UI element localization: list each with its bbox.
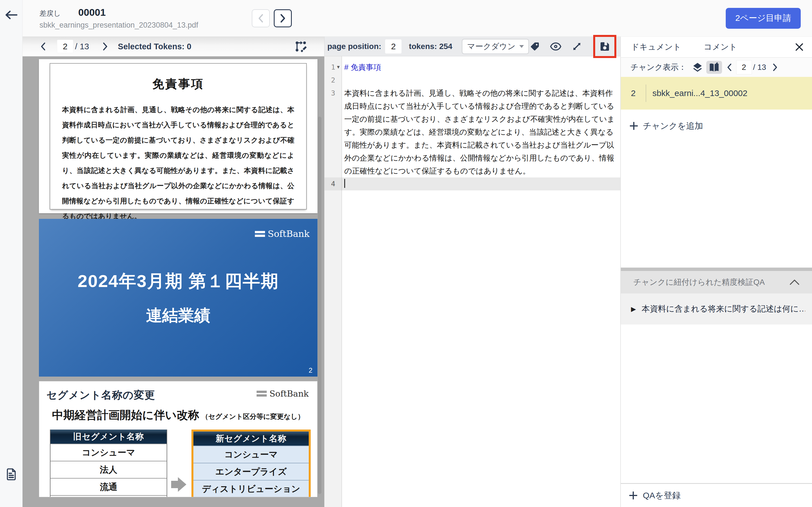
tab-comment[interactable]: コメント: [704, 41, 737, 53]
layers-view-button[interactable]: [692, 61, 703, 73]
submit-page-button[interactable]: 2ページ目申請: [726, 8, 801, 29]
pdf-viewer-toolbar: 2 / 13 Selected Tokens: 0: [22, 37, 324, 56]
qa-section-header[interactable]: チャンクに紐付けられた精度検証QA: [621, 271, 812, 293]
chevron-left-icon: [257, 13, 264, 23]
segment-subtitle-note: （セグメント区分等に変更なし）: [202, 413, 305, 420]
segment-tables: 旧セグメント名称 コンシューマ 法人 流通 新セグメント名称: [50, 430, 311, 497]
chunk-divider: [646, 84, 646, 102]
table-row: 法人: [50, 461, 167, 478]
document-icon: [5, 467, 17, 481]
softbank-logo: SoftBank: [257, 389, 309, 399]
pdf-scroll-area[interactable]: 免責事項 本資料に含まれる計画、見通し、戦略その他の将来に関する記述は、本資料作…: [22, 56, 324, 507]
line-number: 1: [331, 61, 335, 74]
fullscreen-button[interactable]: [572, 41, 582, 52]
tag-icon: [530, 42, 540, 51]
format-mode-dropdown[interactable]: マークダウン: [462, 39, 529, 54]
pdf-viewer-panel: 2 / 13 Selected Tokens: 0: [22, 37, 324, 507]
editor-padding-row: [324, 56, 620, 61]
add-chunk-button[interactable]: チャンクを追加: [621, 110, 812, 142]
selected-tokens-label: Selected Tokens: 0: [118, 42, 192, 51]
code-text[interactable]: [342, 74, 620, 87]
code-text[interactable]: [342, 177, 620, 190]
tab-document[interactable]: ドキュメント: [631, 41, 681, 53]
line-number: 4: [331, 177, 335, 190]
page-total-label: / 13: [75, 42, 89, 51]
expand-triangle-icon: [631, 305, 636, 313]
qa-question-text: 本資料に含まれる将来に関する記述は何に…: [642, 303, 805, 315]
document-list-button[interactable]: [5, 467, 17, 481]
top-bar: 差戻し 00001 sbkk_earnings_presentation_202…: [22, 0, 812, 37]
chunk-list-item-selected[interactable]: 2 sbkk_earni...4_13_00002: [621, 77, 812, 110]
content-row: 2 / 13 Selected Tokens: 0: [22, 37, 812, 507]
plus-icon: [629, 492, 637, 499]
panel-spacer: [621, 142, 812, 268]
close-panel-button[interactable]: [795, 42, 804, 52]
table-row: エンタープライズ: [193, 463, 309, 480]
dropdown-caret-icon: [519, 45, 524, 48]
chunk-number-input[interactable]: 2: [736, 60, 752, 74]
softbank-logo-text: SoftBank: [268, 228, 310, 239]
prev-document-button[interactable]: [252, 9, 270, 27]
table-row: コンシューマ: [193, 446, 309, 463]
chunk-display-label: チャンク表示：: [630, 62, 687, 73]
old-segment-table: 旧セグメント名称 コンシューマ 法人 流通: [50, 430, 167, 497]
editor-filler-row: [324, 190, 620, 507]
editor-line: 1 # 免責事項: [324, 61, 620, 74]
book-view-button[interactable]: [706, 61, 722, 74]
page-position-input[interactable]: 2: [385, 40, 402, 54]
document-nav: [252, 9, 292, 27]
expand-icon: [572, 41, 582, 52]
save-button[interactable]: [599, 41, 610, 52]
code-text-content: 本資料に含まれる計画、見通し、戦略その他の将来に関する記述は、本資料作成日時点に…: [344, 89, 615, 175]
annotate-tokens-button[interactable]: [294, 40, 307, 53]
qa-section-title: チャンクに紐付けられた精度検証QA: [633, 277, 765, 288]
chunk-next-button[interactable]: [772, 63, 778, 71]
back-button[interactable]: [4, 10, 18, 20]
chunk-prev-button[interactable]: [726, 63, 732, 71]
chunk-index: 2: [621, 89, 646, 98]
code-editor[interactable]: 1 # 免責事項 2: [324, 56, 620, 507]
open-book-icon: [709, 62, 720, 73]
tag-button[interactable]: [530, 42, 540, 51]
editor-active-line: 4: [324, 177, 620, 190]
workflow-edit-icon: [294, 40, 307, 53]
app-window: 差戻し 00001 sbkk_earnings_presentation_202…: [0, 0, 812, 507]
editor-toolbar: page position: 2 tokens: 254 マークダウン: [324, 37, 620, 56]
chevron-right-icon: [102, 42, 108, 51]
preview-button[interactable]: [550, 42, 562, 51]
main-area: 差戻し 00001 sbkk_earnings_presentation_202…: [22, 0, 812, 507]
qa-section-divider: [621, 268, 812, 271]
page-number-input[interactable]: 2: [57, 40, 73, 53]
pdf-page-cover-slide: SoftBank 2024年3月期 第１四半期 連結業績 2: [39, 219, 317, 377]
chunk-total-label: / 13: [753, 63, 766, 72]
line-number: 3: [331, 87, 335, 177]
line-gutter: 3: [324, 87, 342, 177]
editor-actions: [530, 37, 616, 56]
pdf-page-segment-slide: セグメント名称の変更 SoftBank 中期経営計画開始に伴い改称 （セグメント…: [39, 381, 317, 497]
chevron-right-icon: [772, 63, 778, 71]
disclaimer-box: 免責事項 本資料に含まれる計画、見通し、戦略その他の将来に関する記述は、本資料作…: [50, 63, 307, 210]
collapse-button[interactable]: [790, 279, 800, 285]
format-mode-value: マークダウン: [467, 41, 515, 52]
code-text[interactable]: 本資料に含まれる計画、見通し、戦略その他の将来に関する記述は、本資料作成日時点に…: [342, 87, 620, 177]
code-text-content: # 免責事項: [344, 63, 381, 71]
markdown-editor-panel: page position: 2 tokens: 254 マークダウン: [324, 37, 620, 507]
register-qa-button[interactable]: QAを登録: [621, 483, 812, 507]
save-highlight-box: [593, 35, 616, 58]
editor-line: 2: [324, 74, 620, 87]
code-text[interactable]: # 免責事項: [342, 61, 620, 74]
fold-caret-icon[interactable]: [335, 61, 342, 74]
next-document-button[interactable]: [274, 9, 292, 27]
disclaimer-body: 本資料に含まれる計画、見通し、戦略その他の将来に関する記述は、本資料作成日時点に…: [62, 102, 294, 224]
viewer-scrollbar-thumb[interactable]: [318, 117, 321, 494]
right-arrow-icon: [171, 477, 188, 492]
page-next-button[interactable]: [102, 42, 108, 51]
chevron-left-icon: [40, 42, 46, 51]
softbank-logo: SoftBank: [255, 228, 310, 239]
left-rail: [0, 0, 22, 507]
line-gutter: 1: [324, 61, 342, 74]
qa-list-item[interactable]: 本資料に含まれる将来に関する記述は何に…: [621, 293, 812, 325]
slide-page-number: 2: [309, 367, 312, 374]
page-prev-button[interactable]: [40, 42, 46, 51]
close-icon: [795, 42, 804, 52]
